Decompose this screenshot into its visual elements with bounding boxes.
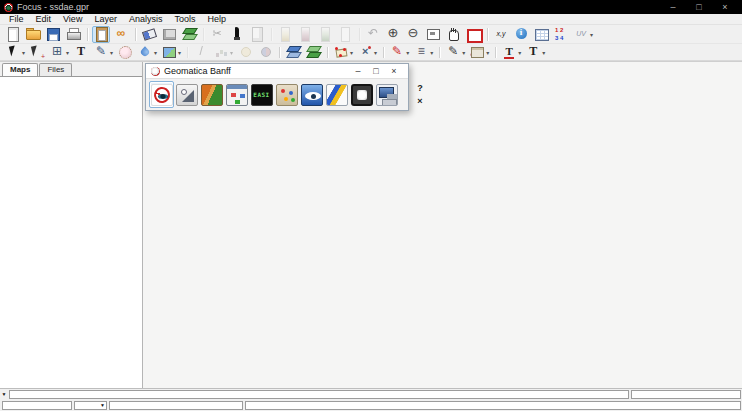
text-annotation-tool[interactable]: T <box>524 45 546 60</box>
banff-icon-art <box>176 84 198 106</box>
fill-style-tool[interactable] <box>136 45 158 60</box>
break-vertices-tool[interactable]: × <box>356 45 378 60</box>
add-layer-button[interactable] <box>180 26 198 43</box>
autosync-icon[interactable] <box>324 81 349 108</box>
toolbar-icon <box>229 26 245 42</box>
lower-layer-button[interactable] <box>304 45 322 60</box>
main-toolbar: ∞ ✂ ↶ ⊕ ⊖ x,y UV <box>0 25 742 44</box>
sketch-pencil-tool[interactable]: ✎ <box>92 45 114 60</box>
draw-pencil-tool[interactable]: ✎ <box>444 45 466 60</box>
toolbar-icon <box>65 26 81 42</box>
tab-maps[interactable]: Maps <box>2 63 38 76</box>
clip-region-tool[interactable] <box>468 45 490 60</box>
line-tool[interactable]: / <box>192 45 210 60</box>
help-icon[interactable]: ? <box>414 82 426 95</box>
line-style-tool[interactable]: ≡ <box>412 45 434 60</box>
panel-collapse-arrow[interactable]: ▼ <box>0 390 8 399</box>
previous-view-button[interactable]: ↶ <box>364 26 382 43</box>
menu-view[interactable]: View <box>57 14 88 25</box>
link-button[interactable]: ∞ <box>112 26 130 43</box>
toolbar-icon <box>237 44 253 60</box>
map-view-canvas[interactable]: Geomatica Banff – □ × EASI <box>143 62 742 388</box>
toolbar-icon <box>533 26 549 42</box>
toolbar-icon: T <box>73 44 89 60</box>
banff-window-title: Geomatica Banff <box>164 66 349 76</box>
slope-pencil-tool[interactable]: ✎ <box>388 45 410 60</box>
lut-infrequency-button[interactable] <box>316 26 334 43</box>
exit-icon[interactable]: × <box>414 95 426 108</box>
lut-linear-button[interactable] <box>276 26 294 43</box>
menu-analysis[interactable]: Analysis <box>123 14 169 25</box>
horizontal-scrollbar[interactable] <box>9 390 629 399</box>
focus-icon[interactable] <box>149 81 174 108</box>
text-style-tool[interactable]: T <box>500 45 522 60</box>
menu-file[interactable]: File <box>3 14 30 25</box>
highlight-tool[interactable] <box>236 45 254 60</box>
cursor-coordinates-button[interactable]: x,y <box>492 26 510 43</box>
maximize-button[interactable]: □ <box>686 0 712 14</box>
menu-layer[interactable]: Layer <box>88 14 123 25</box>
paste-clipboard-button[interactable] <box>92 26 110 43</box>
license-form-icon[interactable] <box>402 95 414 108</box>
toolbar-icon <box>469 44 485 60</box>
menu-tools[interactable]: Tools <box>168 14 201 25</box>
text-tool[interactable]: T <box>72 45 90 60</box>
map-module-icon[interactable] <box>199 81 224 108</box>
polygon-edit-tool[interactable] <box>332 45 354 60</box>
editing-toolbar: ⊞ T ✎ / × ✎ ≡ ✎ T T <box>0 44 742 61</box>
select-tool[interactable] <box>28 45 46 60</box>
toolbar-icon <box>5 26 21 42</box>
maps-tree-panel[interactable] <box>0 76 142 388</box>
numeric-values-button[interactable] <box>552 26 570 43</box>
zoom-to-overview-button[interactable] <box>424 26 442 43</box>
lut-none-button[interactable] <box>336 26 354 43</box>
zoom-in-button[interactable]: ⊕ <box>384 26 402 43</box>
menu-help[interactable]: Help <box>201 14 232 25</box>
erase-edits-button[interactable] <box>140 26 158 43</box>
lut-equalize-button[interactable] <box>296 26 314 43</box>
file-transfer-icon[interactable] <box>374 81 399 108</box>
pan-button[interactable] <box>444 26 462 43</box>
enhancement-button[interactable] <box>228 26 246 43</box>
measure-units-button[interactable]: UV <box>572 26 594 43</box>
easi-icon[interactable]: EASI <box>249 81 274 108</box>
reload-view-button[interactable] <box>248 26 266 43</box>
pointer-tool[interactable] <box>4 45 26 60</box>
orthoengine-icon[interactable] <box>174 81 199 108</box>
new-area-button[interactable] <box>160 26 178 43</box>
profile-tool[interactable] <box>212 45 234 60</box>
banff-title-bar[interactable]: Geomatica Banff – □ × <box>146 64 408 79</box>
focus-application-window: Focus - ssdae.gpr – □ × FileEditViewLaye… <box>0 0 742 411</box>
cut-button[interactable]: ✂ <box>208 26 226 43</box>
highlight-color-tool[interactable] <box>256 45 274 60</box>
gcp-works-icon[interactable] <box>274 81 299 108</box>
fly-icon[interactable] <box>299 81 324 108</box>
new-project-button[interactable] <box>4 26 22 43</box>
globe-projection-tool[interactable] <box>116 45 134 60</box>
toolbar-icon: ✎ <box>389 44 405 60</box>
attribute-table-button[interactable] <box>532 26 550 43</box>
identify-info-button[interactable] <box>512 26 530 43</box>
banff-maximize-button[interactable]: □ <box>367 66 385 76</box>
chip-manager-icon[interactable] <box>349 81 374 108</box>
banff-minimize-button[interactable]: – <box>349 66 367 76</box>
minimize-button[interactable]: – <box>660 0 686 14</box>
raster-image-tool[interactable] <box>160 45 182 60</box>
zoom-to-map-button[interactable] <box>464 26 482 43</box>
banff-close-button[interactable]: × <box>385 66 403 76</box>
grid-north-tool[interactable]: ⊞ <box>48 45 70 60</box>
tab-files[interactable]: Files <box>39 63 72 76</box>
raise-layer-button[interactable] <box>284 45 302 60</box>
open-file-button[interactable] <box>24 26 42 43</box>
close-button[interactable]: × <box>712 0 738 14</box>
panel-tabs: MapsFiles <box>0 62 142 76</box>
menu-edit[interactable]: Edit <box>30 14 58 25</box>
attach-icon[interactable] <box>402 82 414 95</box>
scale-dropdown[interactable]: ▼ <box>74 401 107 410</box>
toolbar-icon <box>257 44 273 60</box>
zoom-out-button[interactable]: ⊖ <box>404 26 422 43</box>
toolbar-icon <box>317 26 333 42</box>
modeler-icon[interactable] <box>224 81 249 108</box>
print-button[interactable] <box>64 26 82 43</box>
save-project-button[interactable] <box>44 26 62 43</box>
